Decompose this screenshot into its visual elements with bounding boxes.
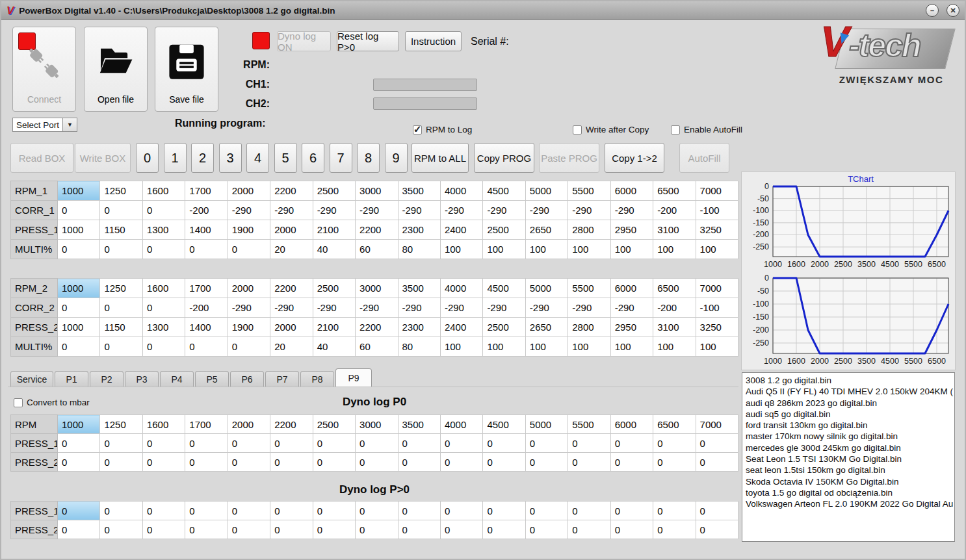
- cell[interactable]: 1700: [185, 279, 228, 298]
- cell[interactable]: 0: [58, 240, 100, 259]
- cell[interactable]: -290: [525, 201, 568, 220]
- cell[interactable]: 0: [568, 453, 610, 472]
- cell[interactable]: 2650: [525, 318, 568, 337]
- cell[interactable]: 2200: [356, 220, 398, 240]
- cell[interactable]: 0: [270, 520, 313, 539]
- cell[interactable]: 0: [142, 520, 185, 539]
- autofill-button[interactable]: AutoFill: [679, 143, 729, 173]
- digit-4-button[interactable]: 4: [246, 143, 269, 173]
- cell[interactable]: -290: [313, 201, 355, 220]
- cell[interactable]: 100: [440, 240, 482, 259]
- rpm-to-all-button[interactable]: RPM to ALL: [411, 143, 469, 173]
- cell[interactable]: 2950: [610, 318, 653, 337]
- cell[interactable]: -290: [610, 201, 653, 220]
- cell[interactable]: -290: [356, 201, 398, 220]
- cell[interactable]: -100: [696, 298, 738, 318]
- cell[interactable]: 0: [142, 240, 185, 259]
- cell[interactable]: 1900: [228, 318, 270, 337]
- cell[interactable]: 2200: [270, 181, 313, 201]
- cell[interactable]: -200: [185, 298, 228, 318]
- cell[interactable]: 0: [398, 434, 440, 453]
- cell[interactable]: 0: [398, 520, 440, 539]
- cell[interactable]: 2000: [228, 279, 270, 298]
- cell[interactable]: 4500: [483, 181, 525, 201]
- cell[interactable]: 3500: [398, 415, 440, 434]
- cell[interactable]: 1000: [58, 318, 100, 337]
- cell[interactable]: 0: [100, 520, 142, 539]
- save-file-button[interactable]: Save file: [155, 27, 218, 112]
- cell[interactable]: 0: [100, 201, 142, 220]
- cell[interactable]: 2500: [483, 220, 525, 240]
- cell[interactable]: 0: [440, 453, 482, 472]
- cell[interactable]: -290: [483, 298, 525, 318]
- cell[interactable]: 6000: [610, 415, 653, 434]
- close-button[interactable]: ✕: [946, 4, 959, 17]
- cell[interactable]: 2000: [228, 181, 270, 201]
- file-list-item[interactable]: 3008 1.2 go digital.bin: [746, 375, 951, 386]
- cell[interactable]: 0: [525, 453, 568, 472]
- cell[interactable]: 2950: [610, 220, 653, 240]
- cell[interactable]: 1400: [185, 318, 228, 337]
- cell[interactable]: 0: [142, 298, 185, 318]
- cell[interactable]: 2650: [525, 220, 568, 240]
- cell[interactable]: 0: [142, 502, 185, 520]
- cell[interactable]: 1000: [58, 220, 100, 240]
- tab-p2[interactable]: P2: [90, 371, 124, 387]
- digit-5-button[interactable]: 5: [274, 143, 297, 173]
- cell[interactable]: -290: [398, 201, 440, 220]
- cell[interactable]: 1600: [142, 181, 185, 201]
- cell[interactable]: 2400: [440, 220, 482, 240]
- cell[interactable]: 1000: [58, 415, 100, 434]
- file-list-item[interactable]: Audi Q5 II (FY FL) 40 TDI MHEV 2.0 150kW…: [746, 386, 951, 397]
- open-file-button[interactable]: Open file: [84, 27, 148, 112]
- cell[interactable]: 100: [525, 337, 568, 357]
- cell[interactable]: 2500: [313, 181, 355, 201]
- digit-2-button[interactable]: 2: [191, 143, 214, 173]
- cell[interactable]: 0: [525, 520, 568, 539]
- cell[interactable]: 0: [228, 434, 270, 453]
- cell[interactable]: 60: [356, 240, 398, 259]
- cell[interactable]: -100: [696, 201, 738, 220]
- cell[interactable]: 0: [58, 434, 100, 453]
- cell[interactable]: 5500: [568, 415, 610, 434]
- cell[interactable]: 0: [142, 337, 185, 357]
- tab-p3[interactable]: P3: [125, 371, 159, 387]
- file-list-item[interactable]: toyota 1.5 go digital od obciążenia.bin: [746, 487, 951, 498]
- cell[interactable]: 0: [185, 453, 228, 472]
- cell[interactable]: -200: [653, 298, 696, 318]
- cell[interactable]: 0: [58, 502, 100, 520]
- reset-log-button[interactable]: Reset log P>0: [337, 31, 399, 51]
- cell[interactable]: 1000: [58, 181, 100, 201]
- cell[interactable]: 2400: [440, 318, 482, 337]
- cell[interactable]: 0: [356, 520, 398, 539]
- cell[interactable]: 0: [228, 502, 270, 520]
- cell[interactable]: 4000: [440, 415, 482, 434]
- cell[interactable]: 7000: [696, 181, 738, 201]
- cell[interactable]: 2000: [270, 318, 313, 337]
- cell[interactable]: 6000: [610, 181, 653, 201]
- write-after-copy-checkbox[interactable]: Write after Copy: [573, 125, 649, 134]
- cell[interactable]: 0: [58, 337, 100, 357]
- cell[interactable]: 2800: [568, 220, 610, 240]
- digit-3-button[interactable]: 3: [219, 143, 242, 173]
- cell[interactable]: 6500: [653, 415, 696, 434]
- cell[interactable]: 1150: [100, 318, 142, 337]
- cell[interactable]: 3000: [356, 181, 398, 201]
- cell[interactable]: 0: [100, 240, 142, 259]
- cell[interactable]: 3000: [356, 415, 398, 434]
- cell[interactable]: 5000: [525, 415, 568, 434]
- cell[interactable]: 0: [100, 434, 142, 453]
- cell[interactable]: 0: [185, 502, 228, 520]
- cell[interactable]: 100: [653, 337, 696, 357]
- cell[interactable]: 6000: [610, 279, 653, 298]
- cell[interactable]: 0: [653, 502, 696, 520]
- cell[interactable]: 100: [653, 240, 696, 259]
- cell[interactable]: 4000: [440, 279, 482, 298]
- cell[interactable]: 0: [58, 298, 100, 318]
- minimize-button[interactable]: –: [926, 4, 939, 17]
- cell[interactable]: 2500: [313, 415, 355, 434]
- cell[interactable]: 1700: [185, 415, 228, 434]
- tab-p4[interactable]: P4: [160, 371, 194, 387]
- cell[interactable]: 2500: [313, 279, 355, 298]
- paste-prog-button[interactable]: Paste PROG: [539, 143, 599, 173]
